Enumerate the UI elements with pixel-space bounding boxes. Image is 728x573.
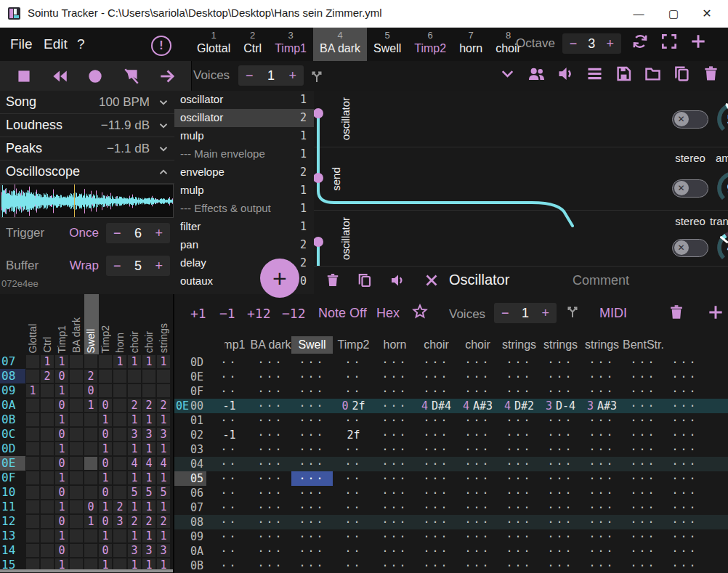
menu-file[interactable]: File: [10, 36, 33, 52]
note-off-button[interactable]: Note Off: [318, 306, 367, 321]
open-icon[interactable]: [643, 64, 663, 84]
record-icon[interactable]: [86, 67, 105, 86]
order-cell[interactable]: 2: [157, 515, 170, 528]
order-cell[interactable]: [113, 486, 126, 499]
order-cell[interactable]: [84, 529, 97, 542]
order-cell[interactable]: [70, 529, 83, 542]
fullscreen-icon[interactable]: [660, 32, 679, 51]
order-cell[interactable]: [26, 486, 39, 499]
order-cell[interactable]: [41, 500, 54, 513]
track-cell[interactable]: ···: [623, 384, 664, 399]
order-cell[interactable]: 4: [157, 457, 170, 470]
loop-icon[interactable]: [631, 32, 650, 51]
order-cell[interactable]: [157, 384, 170, 397]
track-cell[interactable]: ··: [209, 355, 250, 370]
order-row-number[interactable]: 14: [1, 543, 25, 557]
track-row-number[interactable]: 02: [190, 428, 203, 442]
track-cell[interactable]: ··: [209, 486, 250, 500]
order-cell[interactable]: [113, 399, 126, 412]
track-cell[interactable]: ···: [664, 500, 705, 515]
order-cell[interactable]: 1: [128, 529, 141, 542]
track-cell[interactable]: ···: [374, 529, 416, 544]
order-cell[interactable]: [70, 370, 83, 383]
track-cell[interactable]: ···: [250, 413, 291, 428]
order-cell[interactable]: 0: [99, 544, 112, 557]
track-cell[interactable]: ··: [333, 442, 374, 457]
song-panel-row-oscilloscope[interactable]: Oscilloscope: [0, 160, 174, 184]
order-cell[interactable]: [113, 413, 126, 426]
track-cell[interactable]: ···: [250, 355, 291, 370]
track-cell[interactable]: ···: [664, 399, 705, 413]
order-cell[interactable]: 1: [99, 442, 112, 455]
track-cell[interactable]: ···: [250, 457, 291, 471]
track-cell[interactable]: ···: [374, 355, 416, 370]
track-cell[interactable]: ···: [416, 442, 457, 457]
order-row-number[interactable]: 09: [1, 383, 25, 397]
track-cell[interactable]: ···: [250, 544, 291, 558]
track-cell[interactable]: ···: [374, 515, 416, 529]
track-cell[interactable]: ···: [664, 471, 705, 486]
track-row-number[interactable]: 0F: [190, 385, 203, 398]
transpose-plus12-button[interactable]: +12: [247, 306, 271, 321]
order-cell[interactable]: [84, 457, 97, 470]
order-row-number[interactable]: 08: [1, 369, 25, 383]
instrument-tab-timp2[interactable]: 6Timp2: [408, 28, 453, 63]
order-cell[interactable]: [41, 457, 54, 470]
track-cell[interactable]: ···: [540, 500, 581, 515]
track-cell[interactable]: ··: [333, 413, 374, 428]
octave-plus-button[interactable]: +: [599, 36, 621, 52]
unit-toggle[interactable]: ✕: [672, 110, 708, 129]
track-cell[interactable]: ···: [540, 544, 581, 558]
track-cell[interactable]: ··: [209, 529, 250, 544]
chevron-down-icon[interactable]: [157, 142, 170, 155]
order-cell[interactable]: [41, 471, 54, 484]
track-cell[interactable]: ···: [291, 471, 333, 486]
track-header-choir[interactable]: choir: [457, 336, 498, 354]
order-cell[interactable]: 1: [128, 355, 141, 368]
track-cell[interactable]: ···: [498, 428, 540, 442]
transpose-plus1-button[interactable]: +1: [190, 306, 206, 321]
track-cell[interactable]: ··: [333, 384, 374, 399]
order-cell[interactable]: 1: [142, 413, 155, 426]
track-cell[interactable]: ···: [457, 471, 498, 486]
order-cell[interactable]: [113, 544, 126, 557]
order-cell[interactable]: 0: [99, 515, 112, 528]
order-cell[interactable]: [113, 442, 126, 455]
track-cell[interactable]: ···: [581, 384, 623, 399]
track-cell[interactable]: ···: [457, 370, 498, 384]
order-cell[interactable]: 4: [142, 457, 155, 470]
order-cell[interactable]: 2: [142, 399, 155, 412]
voices-minus-button[interactable]: −: [238, 68, 261, 84]
order-cell[interactable]: [26, 428, 39, 441]
track-cell[interactable]: ···: [664, 515, 705, 529]
track-header-strings[interactable]: strings: [498, 336, 540, 354]
order-cell[interactable]: 1: [142, 500, 155, 513]
track-cell[interactable]: ···: [498, 442, 540, 457]
trigger-minus-button[interactable]: −: [106, 226, 129, 241]
track-cell[interactable]: ···: [498, 370, 540, 384]
track-cell[interactable]: ···: [291, 428, 333, 442]
track-row-number[interactable]: 0D: [190, 356, 203, 369]
track-cell[interactable]: ···: [291, 486, 333, 500]
track-cell[interactable]: ···: [664, 544, 705, 558]
track-cell[interactable]: ···: [623, 544, 664, 558]
unit-list-item-mulp[interactable]: mulp1: [174, 127, 314, 145]
order-cell[interactable]: 4: [128, 457, 141, 470]
order-cell[interactable]: 2: [142, 515, 155, 528]
track-cell[interactable]: ···: [291, 384, 333, 399]
track-cell[interactable]: ···: [457, 384, 498, 399]
transpose-minus1-button[interactable]: −1: [219, 306, 235, 321]
track-cell[interactable]: ···: [374, 500, 416, 515]
order-cell[interactable]: [99, 355, 112, 368]
order-cell[interactable]: [41, 399, 54, 412]
track-cell[interactable]: ···: [291, 355, 333, 370]
order-cell[interactable]: [70, 355, 83, 368]
track-cell[interactable]: ···: [498, 500, 540, 515]
order-cell[interactable]: [99, 370, 112, 383]
copy-unit-icon[interactable]: [356, 272, 373, 289]
track-cell[interactable]: ···: [374, 399, 416, 413]
track-cell[interactable]: ···: [540, 558, 581, 573]
track-cell[interactable]: ···: [250, 370, 291, 384]
track-cell[interactable]: ···: [416, 529, 457, 544]
order-cell[interactable]: 2: [157, 399, 170, 412]
